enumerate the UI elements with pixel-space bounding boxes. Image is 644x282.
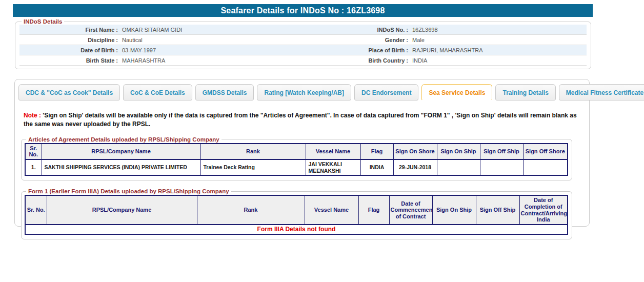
cell-sign-on-shore: 29-JUN-2018 (393, 159, 437, 175)
cell-sign-off-shore (523, 159, 568, 175)
col-vessel-name: Vessel Name (306, 144, 360, 159)
tab-dc-endorsement[interactable]: DC Endorsement (354, 84, 418, 100)
tab-strip: CDC & "CoC as Cook" Details CoC & CoE De… (15, 79, 589, 100)
tab-training-details[interactable]: Training Details (495, 84, 555, 100)
col-sign-off-ship: Sign Off Ship (476, 195, 519, 225)
col-sign-on-ship: Sign On Ship (432, 195, 476, 225)
tab-coc-coe-details[interactable]: CoC & CoE Details (123, 84, 192, 100)
form1-empty-message: Form IIIA Details not found (25, 225, 568, 234)
col-rank: Rank (197, 195, 305, 225)
cell-sign-on-ship (437, 159, 480, 175)
cell-sign-off-ship (480, 159, 523, 175)
first-name-label: First Name : (19, 27, 118, 33)
tab-gmdss-details[interactable]: GMDSS Details (195, 84, 254, 100)
indos-row-discipline: Discipline : Nautical Gender : Male (19, 35, 587, 45)
gender-value: Male (408, 37, 587, 43)
articles-header-row: Sr. No. RPSL/Company Name Rank Vessel Na… (25, 144, 568, 159)
articles-of-agreement-legend: Articles of Agreement Details uploaded b… (26, 136, 222, 143)
col-rpsl-company-name: RPSL/Company Name (42, 144, 200, 159)
birth-state-label: Birth State : (19, 57, 118, 64)
col-date-of-commencement: Date of Commencement of Contract (389, 195, 432, 225)
col-sr-no: Sr. No. (25, 195, 47, 225)
birth-state-value: MAHARASHTRA (118, 57, 311, 64)
discipline-value: Nautical (118, 37, 311, 43)
col-sign-off-shore: Sign Off Shore (523, 144, 568, 159)
date-of-birth-value: 03-MAY-1997 (118, 47, 311, 53)
cell-vessel-name: JAI VEKKALI MEENAKSHI (306, 159, 360, 175)
note-text: 'Sign on Ship' details will be available… (24, 112, 577, 128)
indos-row-birth-date: Date of Birth : 03-MAY-1997 Place of Bir… (19, 45, 587, 55)
tab-cdc-coc-as-cook-details[interactable]: CDC & "CoC as Cook" Details (18, 84, 120, 100)
tab-rating-watch-keeping-ab[interactable]: Rating [Watch Keeping/AB] (257, 84, 351, 100)
indos-details-section: INDoS Details First Name : OMKAR SITARAM… (15, 18, 591, 69)
birth-country-label: Birth Country : (311, 57, 408, 64)
first-name-value: OMKAR SITARAM GIDI (118, 27, 311, 33)
cell-sr-no: 1. (25, 159, 42, 175)
cell-rank: Trainee Deck Rating (200, 159, 306, 175)
note-label: Note : (24, 112, 41, 119)
col-vessel-name: Vessel Name (305, 195, 358, 225)
indos-no-value: 16ZL3698 (408, 27, 587, 33)
indos-details-legend: INDoS Details (22, 18, 64, 25)
sign-on-ship-note: Note : 'Sign on Ship' details will be av… (24, 111, 580, 129)
gender-label: Gender : (311, 37, 408, 43)
discipline-label: Discipline : (19, 37, 118, 43)
date-of-birth-label: Date of Birth : (19, 47, 118, 53)
col-sign-off-ship: Sign Off Ship (480, 144, 523, 159)
indos-row-first-name: First Name : OMKAR SITARAM GIDI INDoS No… (19, 25, 587, 35)
place-of-birth-label: Place of Birth : (311, 47, 408, 53)
col-sign-on-ship: Sign On Ship (437, 144, 480, 159)
form1-empty-row: Form IIIA Details not found (25, 225, 568, 234)
articles-data-row: 1. SAKTHI SHIPPING SERVICES (INDIA) PRIV… (25, 159, 568, 175)
form1-header-row: Sr. No. RPSL/Company Name Rank Vessel Na… (25, 195, 568, 225)
articles-of-agreement-table: Sr. No. RPSL/Company Name Rank Vessel Na… (25, 143, 568, 176)
col-date-of-completion: Date of Completion of Contract/Arriving … (519, 195, 568, 225)
col-flag: Flag (358, 195, 389, 225)
form1-section: Form 1 (Earlier Form IIIA) Details uploa… (21, 188, 572, 239)
birth-country-value: INDIA (408, 57, 587, 64)
cell-company-name: SAKTHI SHIPPING SERVICES (INDIA) PRIVATE… (42, 159, 200, 175)
form1-table: Sr. No. RPSL/Company Name Rank Vessel Na… (25, 195, 568, 235)
cell-flag: INDIA (360, 159, 393, 175)
col-rpsl-company-name: RPSL/Company Name (47, 195, 197, 225)
col-rank: Rank (200, 144, 306, 159)
col-flag: Flag (360, 144, 393, 159)
place-of-birth-value: RAJPURI, MAHARASHTRA (408, 47, 587, 53)
col-sign-on-shore: Sign On Shore (393, 144, 437, 159)
details-tab-panel: CDC & "CoC as Cook" Details CoC & CoE De… (14, 79, 590, 227)
col-sr-no: Sr. No. (25, 144, 42, 159)
form1-legend: Form 1 (Earlier Form IIIA) Details uploa… (26, 188, 231, 194)
indos-no-label: INDoS No. : (311, 27, 408, 33)
page: Seafarer Details for INDoS No : 16ZL3698… (13, 0, 593, 227)
tab-sea-service-details[interactable]: Sea Service Details (421, 84, 492, 100)
articles-of-agreement-section: Articles of Agreement Details uploaded b… (21, 136, 572, 180)
page-title: Seafarer Details for INDoS No : 16ZL3698 (13, 4, 593, 17)
indos-row-birth-state: Birth State : MAHARASHTRA Birth Country … (19, 55, 587, 66)
tab-medical-fitness-certificate[interactable]: Medical Fitness Certificate (559, 84, 644, 100)
